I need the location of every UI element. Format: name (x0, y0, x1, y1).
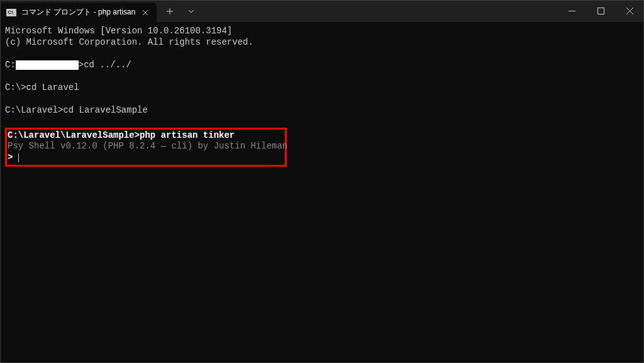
tinker-command: C:\Laravel\LaravelSample>php artisan tin… (8, 130, 284, 142)
tab-close-button[interactable] (140, 8, 150, 18)
prompt-line-2: C:\>cd Laravel (5, 82, 639, 94)
close-button[interactable] (615, 0, 644, 22)
redacted-path (16, 60, 79, 70)
maximize-button[interactable] (586, 0, 615, 22)
terminal-output[interactable]: Microsoft Windows [Version 10.0.26100.31… (0, 22, 644, 170)
highlight-box: C:\Laravel\LaravelSample>php artisan tin… (5, 128, 287, 167)
svg-rect-0 (597, 8, 604, 14)
tab-actions (159, 0, 202, 22)
cursor (18, 154, 19, 162)
titlebar: C:\_ コマンド プロンプト - php artisan (0, 0, 644, 22)
tab-dropdown-button[interactable] (180, 1, 202, 21)
tab-active[interactable]: C:\_ コマンド プロンプト - php artisan (0, 3, 157, 22)
version-line: Microsoft Windows [Version 10.0.26100.31… (5, 26, 639, 37)
psy-shell-line: Psy Shell v0.12.0 (PHP 8.2.4 — cli) by J… (8, 141, 284, 152)
new-tab-button[interactable] (159, 1, 180, 21)
minimize-button[interactable] (557, 0, 586, 22)
cmd-icon: C:\_ (6, 8, 16, 17)
copyright-line: (c) Microsoft Corporation. All rights re… (5, 37, 639, 48)
tinker-prompt: > (8, 152, 284, 164)
tab-title: コマンド プロンプト - php artisan (21, 7, 135, 18)
prompt-line-3: C:\Laravel>cd LaravelSample (5, 105, 639, 116)
titlebar-left: C:\_ コマンド プロンプト - php artisan (0, 0, 202, 22)
prompt-line-1: C:>cd ../../ (5, 60, 639, 71)
window-controls (557, 0, 644, 22)
